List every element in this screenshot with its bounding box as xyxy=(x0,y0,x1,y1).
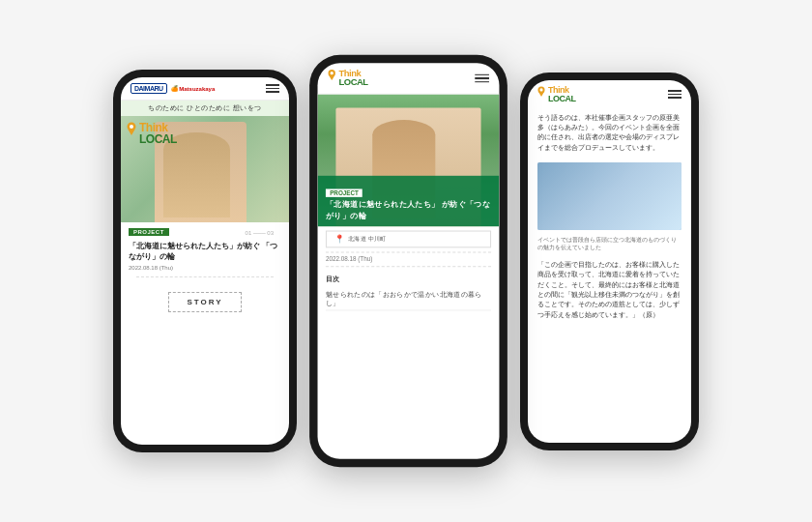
phone-1-screen: DAIMARU 🍊 Matsuzakaya ちのために ひとのために 想いをつ xyxy=(121,77,289,445)
location-pin-icon: 📍 xyxy=(334,235,345,244)
phone-3-image xyxy=(537,162,682,230)
story-button[interactable]: STORY xyxy=(168,292,241,312)
story-btn-container: STORY xyxy=(129,280,281,324)
phone-2: Think LOCAL PROJECT 「北海道に魅せられた人たち」 が紡ぐ「つ… xyxy=(309,55,508,467)
pin-icon-3 xyxy=(537,86,545,97)
phone-3-body-text: そう語るのは、本社催事企画スタッフの原亜美多（はらあみた）。今回のイベント企画を… xyxy=(528,109,691,158)
toc-item-1[interactable]: 魅せられたのは「おおらかで温かい北海道の暮らし」 xyxy=(326,287,491,310)
phone-1-logo-area: DAIMARU 🍊 Matsuzakaya xyxy=(130,83,215,94)
phone-3-screen: Think LOCAL そう語るのは、本社催事企画スタッフの原亜美多（はらあみた… xyxy=(528,80,691,443)
phone-1-content: PROJECT 01 ─── 03 「北海道に魅せられた人たち」が紡ぐ 「つなが… xyxy=(121,222,289,328)
daimaru-logo: DAIMARU xyxy=(130,83,167,94)
svg-point-1 xyxy=(130,125,133,129)
phone-1: DAIMARU 🍊 Matsuzakaya ちのために ひとのために 想いをつ xyxy=(113,70,297,452)
pin-icon-2 xyxy=(328,70,335,81)
project-badge-2: PROJECT xyxy=(326,188,362,196)
project-badge-1: PROJECT xyxy=(129,228,169,236)
toc-title: 目次 xyxy=(326,275,491,285)
matsuzakaya-logo: 🍊 Matsuzakaya xyxy=(171,85,216,92)
location-badge: 📍 北海道 中川町 xyxy=(326,231,491,248)
phone-1-hero: Think LOCAL xyxy=(121,116,289,222)
phone-2-hero: PROJECT 「北海道に魅せられた人たち」 が紡ぐ「つながり」の輪 xyxy=(318,95,500,227)
svg-point-7 xyxy=(539,88,542,91)
toc-section: 目次 魅せられたのは「おおらかで温かい北海道の暮らし」 xyxy=(318,270,500,314)
phone-3-image-caption: イベントでは普段自ら店頭に立つ北海道のものづくりの魅力を伝えていました xyxy=(528,236,691,256)
hamburger-menu-2[interactable] xyxy=(475,74,489,83)
phone-1-header: DAIMARU 🍊 Matsuzakaya xyxy=(121,77,289,101)
think-local-logo-2: Think LOCAL xyxy=(328,70,367,88)
svg-marker-5 xyxy=(329,75,334,80)
phone-3-quote: 「この企画で目指したのは、お客様に購入した商品を受け取って、北海道に愛着を持って… xyxy=(528,256,691,324)
location-text: 北海道 中川町 xyxy=(348,235,387,244)
phones-container: DAIMARU 🍊 Matsuzakaya ちのために ひとのために 想いをつ xyxy=(94,45,718,477)
page-num-1: 01 ─── 03 xyxy=(238,230,281,236)
article-title-1: 「北海道に魅せられた人たち」が紡ぐ 「つながり」の輪 xyxy=(129,241,281,262)
svg-point-4 xyxy=(331,72,334,74)
hero-title-2: 「北海道に魅せられた人たち」 が紡ぐ「つながり」の輪 xyxy=(326,199,491,221)
hamburger-menu-1[interactable] xyxy=(266,84,279,93)
phone-3-header: Think LOCAL xyxy=(528,80,691,109)
phone-3: Think LOCAL そう語るのは、本社催事企画スタッフの原亜美多（はらあみた… xyxy=(520,72,699,450)
think-local-text-3: Think LOCAL xyxy=(548,86,576,103)
phone-1-nav: ちのために ひとのために 想いをつ xyxy=(121,101,289,116)
hamburger-menu-3[interactable] xyxy=(668,90,682,99)
think-local-text-2: Think LOCAL xyxy=(339,70,368,88)
project-overlay-2: PROJECT 「北海道に魅せられた人たち」 が紡ぐ「つながり」の輪 xyxy=(318,175,500,226)
phone-2-screen: Think LOCAL PROJECT 「北海道に魅せられた人たち」 が紡ぐ「つ… xyxy=(318,63,500,459)
think-local-text-1: Think LOCAL xyxy=(139,122,177,145)
phone-2-header: Think LOCAL xyxy=(318,63,500,95)
think-local-overlay-1: Think LOCAL xyxy=(127,122,177,145)
article-date-1: 2022.08.18 (Thu) xyxy=(129,265,281,271)
svg-marker-2 xyxy=(129,130,135,135)
svg-marker-8 xyxy=(538,92,544,97)
article-date-2: 2022.08.18 (Thu) xyxy=(318,256,500,262)
think-local-logo-3: Think LOCAL xyxy=(537,86,576,103)
think-local-logo-1: Think LOCAL xyxy=(127,122,177,145)
pin-icon-1 xyxy=(127,122,136,135)
